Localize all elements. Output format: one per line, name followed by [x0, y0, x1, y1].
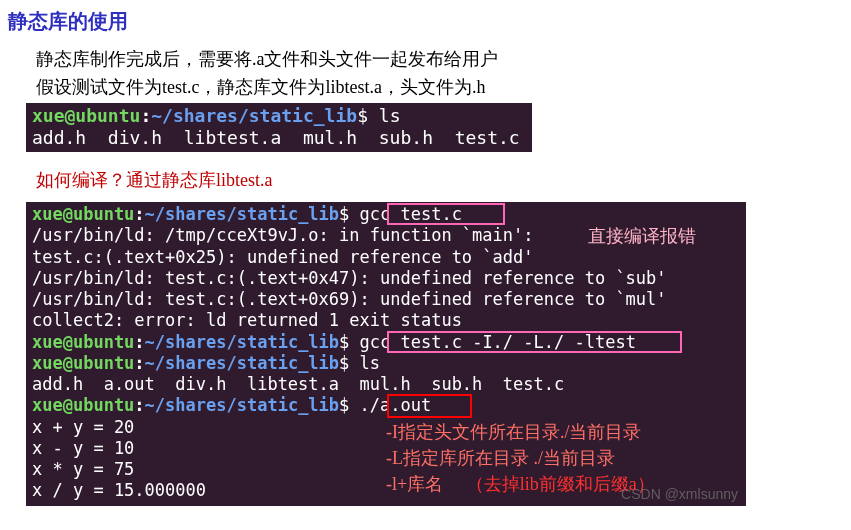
prompt-path: ~/shares/static_lib	[145, 332, 339, 352]
output-2: x - y = 10	[32, 438, 134, 458]
prompt-user: xue@ubuntu	[32, 395, 134, 415]
prompt-user: xue@ubuntu	[32, 332, 134, 352]
err-line-5: collect2: error: ld returned 1 exit stat…	[32, 310, 462, 330]
anno-red-lname: -l+库名	[386, 474, 443, 494]
cmd-ls: ls	[379, 105, 401, 126]
cmd-gcc1: gcc test.c	[360, 204, 462, 224]
output-4: x / y = 15.000000	[32, 480, 206, 500]
terminal-2-wrap: xue@ubuntu:~/shares/static_lib$ gcc test…	[26, 202, 746, 506]
prompt-end: $	[339, 353, 359, 373]
watermark: CSDN @xmlsunny	[621, 486, 738, 502]
anno-red-lname-row: -l+库名 （去掉lib前缀和后缀a）	[386, 472, 655, 496]
prompt-user: xue@ubuntu	[32, 105, 140, 126]
prompt-sep: :	[134, 353, 144, 373]
err-line-2: test.c:(.text+0x25): undefined reference…	[32, 247, 534, 267]
prompt-sep: :	[140, 105, 151, 126]
err-line-3: /usr/bin/ld: test.c:(.text+0x47): undefi…	[32, 268, 667, 288]
err-line-4: /usr/bin/ld: test.c:(.text+0x69): undefi…	[32, 289, 667, 309]
desc-line-2: 假设测试文件为test.c，静态库文件为libtest.a，头文件为.h	[36, 75, 843, 99]
cmd-run: ./a.out	[360, 395, 432, 415]
prompt-end: $	[357, 105, 379, 126]
prompt-path: ~/shares/static_lib	[151, 105, 357, 126]
anno-pink-compile-error: 直接编译报错	[588, 224, 696, 248]
prompt-end: $	[339, 332, 359, 352]
cmd-gcc2: gcc test.c -I./ -L./ -ltest	[360, 332, 636, 352]
err-line-1: /usr/bin/ld: /tmp/cceXt9vJ.o: in functio…	[32, 225, 534, 245]
output-3: x * y = 75	[32, 459, 134, 479]
prompt-sep: :	[134, 204, 144, 224]
prompt-path: ~/shares/static_lib	[145, 353, 339, 373]
output-1: x + y = 20	[32, 417, 134, 437]
ls-output-2: add.h a.out div.h libtest.a mul.h sub.h …	[32, 374, 564, 394]
anno-red-I: -I指定头文件所在目录./当前目录	[386, 420, 642, 444]
page-title: 静态库的使用	[8, 8, 843, 35]
prompt-sep: :	[134, 332, 144, 352]
prompt-sep: :	[134, 395, 144, 415]
anno-red-L: -L指定库所在目录 ./当前目录	[386, 446, 615, 470]
prompt-end: $	[339, 204, 359, 224]
terminal-1: xue@ubuntu:~/shares/static_lib$ ls add.h…	[26, 103, 532, 152]
prompt-path: ~/shares/static_lib	[145, 395, 339, 415]
desc-line-1: 静态库制作完成后，需要将.a文件和头文件一起发布给用户	[36, 47, 843, 71]
prompt-user: xue@ubuntu	[32, 353, 134, 373]
prompt-user: xue@ubuntu	[32, 204, 134, 224]
section-title: 如何编译？通过静态库libtest.a	[36, 168, 843, 192]
prompt-path: ~/shares/static_lib	[145, 204, 339, 224]
cmd-ls2: ls	[360, 353, 380, 373]
ls-output: add.h div.h libtest.a mul.h sub.h test.c	[32, 127, 520, 148]
prompt-end: $	[339, 395, 359, 415]
